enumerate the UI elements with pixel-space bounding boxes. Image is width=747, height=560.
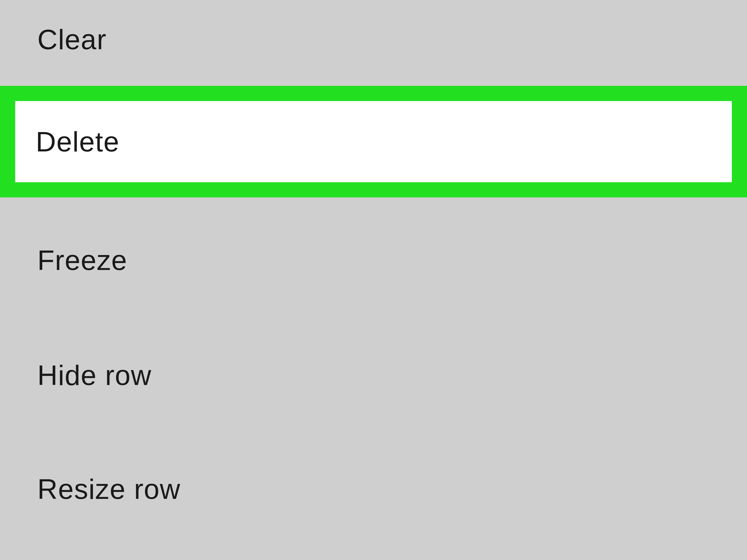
- menu-item-label: Resize row: [37, 474, 181, 505]
- menu-item-delete[interactable]: Delete: [15, 101, 732, 182]
- context-menu: Clear Delete Freeze Hide row Resize row: [0, 0, 747, 538]
- menu-item-hide-row[interactable]: Hide row: [0, 309, 747, 424]
- menu-item-label: Hide row: [37, 359, 152, 391]
- menu-item-clear[interactable]: Clear: [0, 0, 747, 86]
- menu-item-resize-row[interactable]: Resize row: [0, 424, 747, 538]
- menu-item-label: Delete: [36, 126, 120, 157]
- menu-item-label: Freeze: [37, 244, 127, 276]
- menu-item-label: Clear: [37, 24, 107, 55]
- menu-item-freeze[interactable]: Freeze: [0, 197, 747, 309]
- menu-item-delete-highlight: Delete: [0, 86, 747, 197]
